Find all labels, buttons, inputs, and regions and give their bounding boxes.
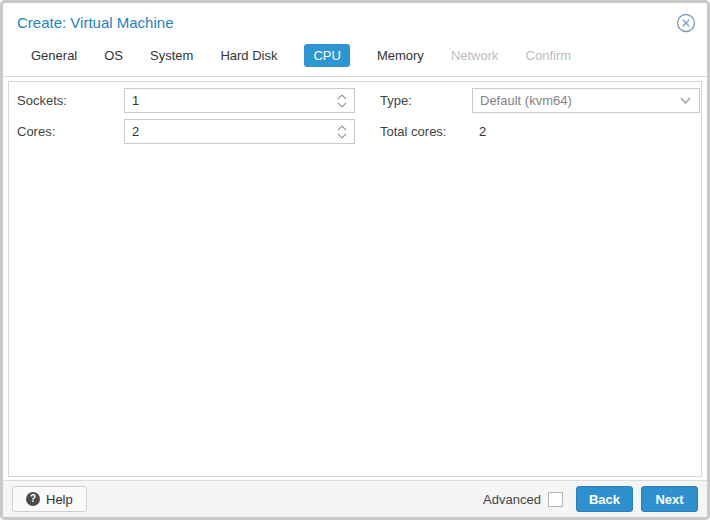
help-button[interactable]: ? Help xyxy=(12,486,87,512)
advanced-checkbox[interactable] xyxy=(548,492,563,507)
cores-spinner[interactable]: 2 xyxy=(124,119,355,144)
type-label: Type: xyxy=(380,88,412,113)
cores-value[interactable]: 2 xyxy=(125,124,337,139)
dialog-footer: ? Help Advanced Back Next xyxy=(3,480,707,517)
footer-actions: Advanced Back Next xyxy=(483,486,698,512)
chevron-up-icon xyxy=(337,94,347,100)
tab-system[interactable]: System xyxy=(150,44,193,67)
advanced-label: Advanced xyxy=(483,492,541,507)
dialog-title: Create: Virtual Machine xyxy=(17,14,173,31)
sockets-spinner[interactable]: 1 xyxy=(124,88,355,113)
help-button-label: Help xyxy=(46,492,73,507)
close-icon[interactable] xyxy=(676,13,696,33)
total-cores-label: Total cores: xyxy=(380,119,446,144)
dialog-header: Create: Virtual Machine xyxy=(3,3,707,36)
tab-confirm: Confirm xyxy=(526,44,572,67)
chevron-down-icon xyxy=(680,97,691,104)
create-vm-dialog: Create: Virtual Machine General OS Syste… xyxy=(0,0,710,520)
total-cores-value: 2 xyxy=(479,119,486,144)
chevron-up-icon xyxy=(337,125,347,131)
question-mark-icon: ? xyxy=(26,492,40,506)
tab-hard-disk[interactable]: Hard Disk xyxy=(220,44,277,67)
sockets-label: Sockets: xyxy=(17,88,67,113)
sockets-value[interactable]: 1 xyxy=(125,93,337,108)
tab-general[interactable]: General xyxy=(31,44,77,67)
cpu-form-panel: Sockets: 1 Cores: 2 Type: Default (kvm64… xyxy=(8,81,702,477)
type-dropdown[interactable]: Default (kvm64) xyxy=(472,88,700,113)
type-value[interactable]: Default (kvm64) xyxy=(473,93,680,108)
wizard-tab-bar: General OS System Hard Disk CPU Memory N… xyxy=(3,36,707,77)
dropdown-trigger[interactable] xyxy=(680,97,699,104)
tab-memory[interactable]: Memory xyxy=(377,44,424,67)
tab-os[interactable]: OS xyxy=(104,44,123,67)
back-button[interactable]: Back xyxy=(576,486,633,512)
chevron-down-icon xyxy=(337,102,347,108)
next-button[interactable]: Next xyxy=(641,486,698,512)
cores-spin-buttons[interactable] xyxy=(337,125,354,139)
tab-network: Network xyxy=(451,44,499,67)
tab-cpu[interactable]: CPU xyxy=(304,44,349,67)
cores-label: Cores: xyxy=(17,119,55,144)
sockets-spin-buttons[interactable] xyxy=(337,94,354,108)
chevron-down-icon xyxy=(337,133,347,139)
